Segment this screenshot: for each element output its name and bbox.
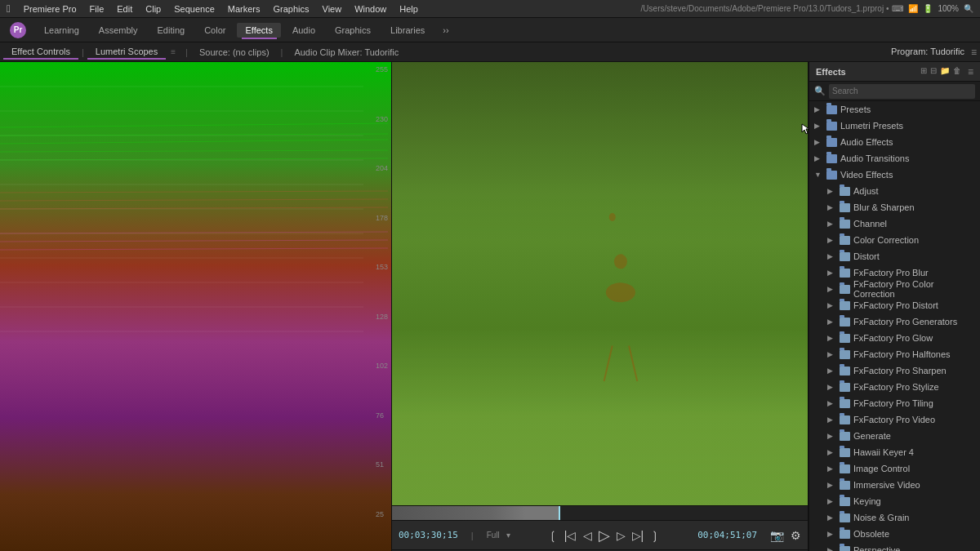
arrow-fx-glow: ▶ <box>827 334 835 342</box>
workspace-more-btn[interactable]: ›› <box>443 25 448 35</box>
ws-tab-learning[interactable]: Learning <box>36 23 87 38</box>
btn-camera[interactable]: 📷 <box>770 529 784 542</box>
ws-tab-audio[interactable]: Audio <box>284 23 323 38</box>
effect-item-fx-stylize[interactable]: ▶ FxFactory Pro Stylize <box>809 379 980 395</box>
effects-list-view-icon[interactable]: ⊞ <box>920 66 927 78</box>
effect-item-perspective[interactable]: ▶ Perspective <box>809 542 980 551</box>
play-stop-btn[interactable]: ▷ <box>599 527 610 544</box>
effect-item-audio-effects[interactable]: ▶ Audio Effects <box>809 134 980 150</box>
program-timeline-bar[interactable] <box>392 505 808 520</box>
ws-tab-graphics[interactable]: Graphics <box>327 23 379 38</box>
menu-file[interactable]: File <box>90 4 105 14</box>
effect-item-hawaii[interactable]: ▶ Hawaii Keyer 4 <box>809 444 980 460</box>
arrow-distort: ▶ <box>827 252 835 260</box>
effects-menu-icon[interactable]: ≡ <box>968 66 973 78</box>
effect-item-audio-transitions[interactable]: ▶ Audio Transitions <box>809 150 980 167</box>
lumetri-scopes-panel: 255 230 204 178 153 128 102 76 51 25 0 <box>0 62 392 551</box>
tab-lumetri-scopes[interactable]: Lumetri Scopes <box>87 45 166 60</box>
effects-icon-view-icon[interactable]: ⊟ <box>930 66 937 78</box>
sys-icon-5: 🔍 <box>964 4 973 13</box>
effect-item-distort[interactable]: ▶ Distort <box>809 248 980 264</box>
file-path: /Users/steve/Documents/Adobe/Premiere Pr… <box>641 4 889 13</box>
effect-item-fx-halftones[interactable]: ▶ FxFactory Pro Halftones <box>809 346 980 362</box>
tc-separator: | <box>471 531 474 540</box>
folder-icon-fx-tiling <box>839 398 850 409</box>
apple-menu[interactable]:  <box>7 2 11 15</box>
step-back-btn[interactable]: |◁ <box>564 529 577 542</box>
prev-frame-btn[interactable]: ◁ <box>583 529 592 542</box>
menu-edit[interactable]: Edit <box>117 4 132 14</box>
effect-item-generate[interactable]: ▶ Generate <box>809 428 980 444</box>
mark-out-btn[interactable]: ❳ <box>650 529 660 542</box>
effect-item-fx-blur[interactable]: ▶ FxFactory Pro Blur <box>809 264 980 281</box>
menu-view[interactable]: View <box>323 4 342 14</box>
effect-label-blur-sharpen: Blur & Sharpen <box>853 202 975 212</box>
effect-item-fx-gen[interactable]: ▶ FxFactory Pro Generators <box>809 313 980 330</box>
effect-item-fx-color-corr[interactable]: ▶ FxFactory Pro Color Correction <box>809 281 980 297</box>
ws-tab-assembly[interactable]: Assembly <box>91 23 146 38</box>
video-frame <box>392 62 808 505</box>
menu-help[interactable]: Help <box>399 4 418 14</box>
menu-clip[interactable]: Clip <box>145 4 161 14</box>
effect-item-color-correction[interactable]: ▶ Color Correction <box>809 232 980 248</box>
effect-item-video-effects[interactable]: ▼ Video Effects <box>809 167 980 183</box>
btn-settings[interactable]: ⚙ <box>791 529 801 542</box>
effects-search-input[interactable] <box>829 84 975 99</box>
svg-point-26 <box>609 213 616 221</box>
ws-tab-effects[interactable]: Effects <box>237 23 280 38</box>
effect-item-fx-tiling[interactable]: ▶ FxFactory Pro Tiling <box>809 395 980 411</box>
effects-new-folder-icon[interactable]: 📁 <box>940 66 950 78</box>
folder-icon-fx-sharpen <box>839 365 850 376</box>
effect-label-image-control: Image Control <box>853 464 975 473</box>
folder-icon-lumetri <box>826 120 837 131</box>
effect-item-immersive[interactable]: ▶ Immersive Video <box>809 477 980 493</box>
scope-scale: 255 230 204 178 153 128 102 76 51 25 0 <box>376 62 388 551</box>
effect-label-fx-color: FxFactory Pro Color Correction <box>853 279 975 299</box>
effect-item-presets[interactable]: ▶ Presets <box>809 101 980 118</box>
effect-label-presets: Presets <box>840 104 975 114</box>
panel-tabs-row: Effect Controls | Lumetri Scopes ≡ | Sou… <box>0 42 980 62</box>
effect-item-obsolete[interactable]: ▶ Obsolete <box>809 526 980 542</box>
effect-item-fx-sharpen[interactable]: ▶ FxFactory Pro Sharpen <box>809 362 980 379</box>
playhead[interactable] <box>559 506 560 520</box>
menu-markers[interactable]: Markers <box>228 4 261 14</box>
tab-effect-controls[interactable]: Effect Controls <box>3 45 78 60</box>
mark-in-btn[interactable]: ❲ <box>548 529 558 542</box>
menu-graphics[interactable]: Graphics <box>273 4 309 14</box>
effect-item-noise-grain[interactable]: ▶ Noise & Grain <box>809 509 980 526</box>
effect-item-image-control[interactable]: ▶ Image Control <box>809 460 980 477</box>
effect-item-fx-video[interactable]: ▶ FxFactory Pro Video <box>809 411 980 428</box>
menu-sequence[interactable]: Sequence <box>174 4 215 14</box>
effect-item-adjust[interactable]: ▶ Adjust <box>809 183 980 199</box>
ws-tab-editing[interactable]: Editing <box>149 23 194 38</box>
workspace-tabs: Learning Assembly Editing Color Effects … <box>36 23 449 38</box>
ws-tab-color[interactable]: Color <box>196 23 234 38</box>
tab-audio-clip-mixer[interactable]: Audio Clip Mixer: Tudorific <box>286 46 407 59</box>
effects-panel: Effects ⊞ ⊟ 📁 🗑 ≡ 🔍 ▶ Presets ▶ <box>808 62 980 551</box>
effect-item-fx-distort[interactable]: ▶ FxFactory Pro Distort <box>809 297 980 313</box>
lumetri-menu-icon[interactable]: ≡ <box>171 47 176 56</box>
effect-label-lumetri-presets: Lumetri Presets <box>840 121 975 131</box>
arrow-fx-gen: ▶ <box>827 318 835 326</box>
zoom-level[interactable]: Full <box>487 531 500 540</box>
program-menu-icon[interactable]: ≡ <box>971 47 977 58</box>
effect-item-channel[interactable]: ▶ Channel <box>809 216 980 232</box>
effect-label-generate: Generate <box>853 431 975 441</box>
next-frame-btn[interactable]: ▷ <box>617 529 626 542</box>
arrow-fx-tiling: ▶ <box>827 399 835 407</box>
effects-delete-icon[interactable]: 🗑 <box>953 66 961 78</box>
menu-window[interactable]: Window <box>354 4 386 14</box>
ws-tab-libraries[interactable]: Libraries <box>382 23 433 38</box>
step-fwd-btn[interactable]: ▷| <box>632 529 644 542</box>
zoom-dropdown-icon[interactable]: ▾ <box>506 531 510 540</box>
menu-premiere-pro[interactable]: Premiere Pro <box>24 4 77 14</box>
effect-item-fx-glow[interactable]: ▶ FxFactory Pro Glow <box>809 330 980 346</box>
arrow-keying: ▶ <box>827 497 835 505</box>
folder-icon-noise <box>839 512 850 523</box>
tab-source[interactable]: Source: (no clips) <box>191 46 278 59</box>
effect-item-blur-sharpen[interactable]: ▶ Blur & Sharpen <box>809 199 980 216</box>
effect-item-lumetri-presets[interactable]: ▶ Lumetri Presets <box>809 118 980 134</box>
effect-item-keying[interactable]: ▶ Keying <box>809 493 980 509</box>
folder-icon-fx-video <box>839 414 850 425</box>
folder-icon-generate <box>839 430 850 442</box>
